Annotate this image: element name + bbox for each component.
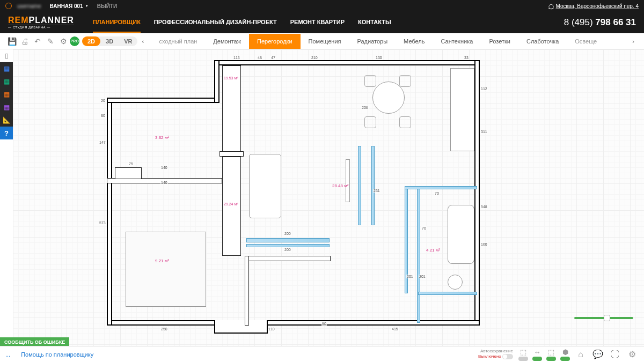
- wall-interior[interactable]: [115, 167, 142, 179]
- tab-radiators[interactable]: Радиаторы: [349, 34, 396, 49]
- furniture-chair[interactable]: [364, 75, 376, 87]
- nav-renovation[interactable]: РЕМОНТ КВАРТИР: [290, 12, 345, 33]
- canvas[interactable]: 3.82 м² 19.53 м² 29.24 м² 9.21 м² 28.48 …: [13, 49, 644, 346]
- tool-measure[interactable]: 📐: [0, 114, 13, 127]
- tab-rooms[interactable]: Помещения: [301, 34, 349, 49]
- wall-interior[interactable]: [219, 151, 244, 157]
- view-2d[interactable]: 2D: [82, 36, 100, 46]
- room-area-closet2: 29.24 м²: [224, 202, 238, 206]
- furniture-bathtub[interactable]: [448, 205, 474, 264]
- wall-interior[interactable]: [245, 256, 331, 261]
- tool-icon-2[interactable]: ⚙: [57, 35, 70, 48]
- tab-furniture[interactable]: Мебель: [396, 34, 433, 49]
- tool-settings-icon[interactable]: ⚙: [626, 348, 639, 361]
- help-button[interactable]: ?: [0, 127, 13, 139]
- wall-exterior[interactable]: [214, 320, 268, 334]
- furniture-bed[interactable]: [126, 232, 206, 307]
- room-area-balcony: 3.82 м²: [155, 135, 169, 140]
- tabs-scroll-right[interactable]: ›: [628, 38, 639, 45]
- furniture-sofa[interactable]: [249, 154, 281, 218]
- tabs-scroll-left[interactable]: ‹: [137, 38, 148, 45]
- partition-wall[interactable]: [246, 238, 330, 242]
- partition-wall[interactable]: [417, 186, 420, 323]
- topbar: username ВАННАЯ 001 ВЫЙТИ Москва, Варсон…: [0, 0, 644, 12]
- tab-demolition[interactable]: Демонтаж: [205, 34, 249, 49]
- print-icon[interactable]: 🖨: [18, 35, 31, 48]
- dimension: 70: [434, 191, 440, 195]
- tab-partitions[interactable]: Перегородки: [249, 34, 301, 49]
- phone[interactable]: 8 (495) 798 66 31: [564, 17, 636, 28]
- toggle-1[interactable]: ⬚: [518, 348, 528, 361]
- location-text: Москва, Варсонофьевский пер. 4: [556, 3, 639, 9]
- tool-home-icon[interactable]: ⌂: [574, 348, 587, 361]
- tool-layer-orange[interactable]: ▦: [0, 88, 13, 101]
- tool-layer-blue[interactable]: ▦: [0, 62, 13, 75]
- exit-button[interactable]: ВЫЙТИ: [97, 3, 118, 9]
- partition-wall[interactable]: [418, 292, 477, 295]
- view-vr[interactable]: VR: [119, 36, 137, 46]
- toggle-3[interactable]: ⬚: [546, 348, 556, 361]
- partition-wall[interactable]: [246, 244, 330, 247]
- save-icon[interactable]: 💾: [5, 35, 18, 48]
- tab-plumbing[interactable]: Сантехника: [433, 34, 481, 49]
- furniture-chair[interactable]: [399, 116, 411, 128]
- floorplan[interactable]: 3.82 м² 19.53 м² 29.24 м² 9.21 м² 28.48 …: [107, 60, 480, 334]
- user-name[interactable]: username: [17, 3, 41, 9]
- planner-help-link[interactable]: Помощь по планировщику: [21, 351, 93, 358]
- toggle-2[interactable]: ↔: [532, 348, 542, 361]
- furniture-chair[interactable]: [399, 75, 411, 87]
- dimension: 33: [464, 56, 469, 60]
- dimension: 231: [373, 189, 380, 193]
- partition-wall[interactable]: [371, 146, 375, 225]
- wall-interior[interactable]: [222, 157, 241, 256]
- wall-interior[interactable]: [245, 256, 249, 326]
- dimension: 210: [311, 56, 318, 60]
- tabs: сходный план Демонтаж Перегородки Помеще…: [151, 34, 628, 49]
- nav-planner[interactable]: ПЛАНИРОВЩИК: [93, 12, 141, 33]
- furniture-chair[interactable]: [364, 116, 376, 128]
- bottom-tools: ⬚ ↔ ⬚ ⬢ ⌂ 💬 ⛶ ⚙: [518, 348, 639, 361]
- logo-part2: PLANNER: [29, 16, 74, 25]
- tab-source[interactable]: сходный план: [151, 34, 205, 49]
- autosave-state: Выключено: [478, 354, 501, 359]
- more-icon[interactable]: ...: [5, 351, 10, 358]
- wall-exterior[interactable]: [474, 60, 480, 326]
- furniture-kitchen[interactable]: [450, 68, 474, 151]
- pro-badge[interactable]: PRO: [70, 36, 79, 46]
- header: REMPLANNER — СТУДИЯ ДИЗАЙНА — ПЛАНИРОВЩИ…: [0, 12, 644, 33]
- location-link[interactable]: Москва, Варсонофьевский пер. 4: [548, 3, 639, 9]
- undo-icon[interactable]: ↶: [31, 35, 44, 48]
- view-3d[interactable]: 3D: [100, 36, 119, 46]
- nav-contacts[interactable]: КОНТАКТЫ: [358, 12, 391, 33]
- tool-fullscreen-icon[interactable]: ⛶: [609, 348, 621, 361]
- dimension: 140: [160, 181, 168, 184]
- toggle-4[interactable]: ⬢: [560, 348, 570, 361]
- dimension: 75: [128, 162, 134, 166]
- wall-exterior[interactable]: [107, 98, 112, 326]
- furniture-tv[interactable]: [346, 159, 350, 202]
- logo[interactable]: REMPLANNER — СТУДИЯ ДИЗАЙНА —: [8, 16, 74, 29]
- autosave-toggle[interactable]: [502, 354, 513, 359]
- project-dropdown[interactable]: ВАННАЯ 001: [46, 2, 91, 10]
- wall-exterior[interactable]: [214, 60, 480, 65]
- tool-wall[interactable]: ▯: [0, 49, 13, 62]
- partition-wall[interactable]: [358, 146, 361, 225]
- tab-lighting[interactable]: Освеще: [567, 34, 605, 49]
- user-icon[interactable]: [5, 3, 12, 9]
- tool-layer-purple[interactable]: ▦: [0, 101, 13, 114]
- dimension: 160: [480, 242, 488, 246]
- nav-design[interactable]: ПРОФЕССИОНАЛЬНЫЙ ДИЗАЙН-ПРОЕКТ: [154, 12, 277, 33]
- wall-exterior[interactable]: [107, 320, 480, 326]
- wall-exterior[interactable]: [107, 98, 219, 103]
- tool-layer-green[interactable]: ▦: [0, 75, 13, 88]
- tool-icon-1[interactable]: ✎: [44, 35, 57, 48]
- partition-wall[interactable]: [405, 186, 477, 189]
- tool-comment-icon[interactable]: 💬: [591, 348, 604, 361]
- zoom-handle[interactable]: [604, 315, 610, 321]
- dimension: 48: [257, 56, 262, 60]
- tab-sockets[interactable]: Розетки: [481, 34, 518, 49]
- wall-exterior[interactable]: [214, 60, 219, 103]
- tab-lowvoltage[interactable]: Слаботочка: [518, 34, 567, 49]
- zoom-slider[interactable]: [574, 317, 633, 319]
- furniture-toilet[interactable]: [448, 275, 463, 290]
